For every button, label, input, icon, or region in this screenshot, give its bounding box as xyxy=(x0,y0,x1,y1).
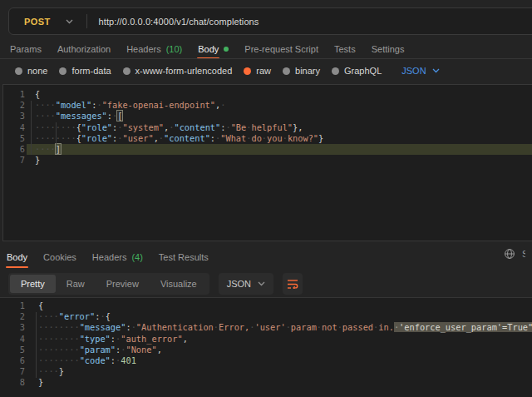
view-visualize-button[interactable]: Visualize xyxy=(150,275,208,293)
tab-headers[interactable]: Headers(10) xyxy=(126,40,182,58)
tab-label: Pre-request Script xyxy=(244,44,318,54)
body-mode-graphql[interactable]: GraphQL xyxy=(332,66,382,76)
wrap-text-icon xyxy=(287,279,298,289)
response-view-switcher: PrettyRawPreviewVisualize xyxy=(8,273,209,295)
tab-authorization[interactable]: Authorization xyxy=(57,40,111,58)
code-line[interactable]: 1{ xyxy=(0,300,532,311)
token-p: :· xyxy=(111,334,121,344)
line-number: 2 xyxy=(3,100,25,111)
radio-icon xyxy=(244,67,251,75)
radio-icon xyxy=(283,67,290,75)
chevron-down-icon xyxy=(66,19,73,24)
line-number: 5 xyxy=(0,345,25,355)
token-w: ········ xyxy=(38,355,80,365)
body-mode-none[interactable]: none xyxy=(15,66,47,76)
line-number: 4 xyxy=(3,122,25,133)
code-line[interactable]: 2····"model":·"fake-openai-endpoint",· xyxy=(3,100,532,111)
token-w: ········ xyxy=(38,345,80,355)
code-line[interactable]: 4········"type":·"auth_error", xyxy=(0,334,532,345)
tab-settings[interactable]: Settings xyxy=(372,40,405,58)
line-number: 7 xyxy=(0,366,25,377)
request-tabs: ParamsAuthorizationHeaders(10)BodyPre-re… xyxy=(10,40,404,58)
token-w: ········ xyxy=(38,322,80,332)
url-input[interactable]: http://0.0.0.0:4000/v1/chat/completions xyxy=(87,17,259,27)
code-line[interactable]: 7····} xyxy=(0,366,532,377)
body-mode-raw[interactable]: raw xyxy=(244,66,271,76)
line-number: 1 xyxy=(0,300,25,311)
tab-label: Authorization xyxy=(57,44,111,54)
tab-count-badge: (10) xyxy=(166,44,183,54)
token-p: :· xyxy=(126,322,135,332)
tab-headers[interactable]: Headers(4) xyxy=(92,248,143,266)
tab-body[interactable]: Body xyxy=(7,248,27,266)
radio-icon xyxy=(123,67,131,75)
request-url-bar: POST http://0.0.0.0:4000/v1/chat/complet… xyxy=(8,7,532,35)
code-line[interactable]: 5········{"role":·"user",·"content":·"Wh… xyxy=(3,133,532,144)
tab-label: Headers xyxy=(126,44,161,54)
token-k: "type" xyxy=(80,334,111,344)
token-k: "error" xyxy=(59,311,95,321)
tab-label: Body xyxy=(7,252,27,262)
token-p: ,· xyxy=(154,133,164,143)
tab-body[interactable]: Body xyxy=(198,40,229,58)
token-s: "system" xyxy=(122,122,164,132)
method-dropdown[interactable]: POST xyxy=(9,17,86,27)
token-s: "fake-openai-endpoint" xyxy=(102,100,215,110)
body-mode-row: noneform-datax-www-form-urlencodedrawbin… xyxy=(15,62,440,80)
body-mode-x-www-form-urlencoded[interactable]: x-www-form-urlencoded xyxy=(123,66,233,76)
unsaved-changes-dot-icon xyxy=(224,47,229,52)
response-body-editor[interactable]: 1{2····"error":·{3········"message":·"Au… xyxy=(0,297,532,397)
token-k: "code" xyxy=(80,355,111,365)
token-p: } xyxy=(318,133,323,143)
token-p: } xyxy=(35,155,40,165)
tab-cookies[interactable]: Cookies xyxy=(43,248,76,266)
tab-test-results[interactable]: Test Results xyxy=(159,248,209,266)
body-language-dropdown[interactable]: JSON xyxy=(401,66,439,76)
code-line[interactable]: 7} xyxy=(3,155,532,166)
code-line[interactable]: 3····"messages":·[ xyxy=(3,111,532,122)
token-s: "Authentication·Error,·'user'·param·not·… xyxy=(136,322,394,332)
request-body-editor[interactable]: 1{2····"model":·"fake-openai-endpoint",·… xyxy=(2,84,532,241)
globe-icon[interactable] xyxy=(504,248,515,260)
indent-guide xyxy=(56,122,57,144)
body-mode-label: raw xyxy=(256,66,271,76)
tab-label: Body xyxy=(198,44,219,54)
body-mode-binary[interactable]: binary xyxy=(283,66,320,76)
token-s: "What·do·you·know?" xyxy=(220,133,318,143)
code-line[interactable]: 6········"code":·401 xyxy=(0,355,532,366)
tab-params[interactable]: Params xyxy=(10,40,42,58)
body-mode-label: x-www-form-urlencoded xyxy=(135,66,233,76)
token-s: "auth_error" xyxy=(121,334,182,344)
view-raw-button[interactable]: Raw xyxy=(56,275,96,293)
token-sel: ·'enforce_user_param'=True" xyxy=(394,322,532,332)
tab-tests[interactable]: Tests xyxy=(334,40,356,58)
code-line[interactable]: 4········{"role":·"system",·"content":·"… xyxy=(3,122,532,133)
method-label: POST xyxy=(24,17,51,27)
token-p: } xyxy=(38,377,43,387)
token-w: ···· xyxy=(35,111,56,121)
token-p: { xyxy=(35,89,40,99)
response-language-dropdown[interactable]: JSON xyxy=(219,273,273,295)
save-response-label-clipped[interactable]: S xyxy=(522,249,525,259)
tab-label: Headers xyxy=(92,252,127,262)
token-w: ···· xyxy=(38,311,59,321)
token-w: ···· xyxy=(35,100,56,110)
tab-pre-request-script[interactable]: Pre-request Script xyxy=(244,40,318,58)
view-pretty-button[interactable]: Pretty xyxy=(10,275,56,293)
code-line[interactable]: 3········"message":·"Authentication·Erro… xyxy=(0,322,532,333)
line-number: 1 xyxy=(3,89,25,100)
line-number: 3 xyxy=(0,322,25,333)
wrap-text-button[interactable] xyxy=(283,273,303,295)
code-line[interactable]: 6····] xyxy=(3,144,532,155)
code-line[interactable]: 1{ xyxy=(3,89,532,100)
line-number: 6 xyxy=(3,144,25,155)
token-p: , xyxy=(157,345,162,355)
code-line[interactable]: 2····"error":·{ xyxy=(0,311,532,322)
response-language-label: JSON xyxy=(227,279,251,289)
line-number: 5 xyxy=(3,133,25,144)
code-line[interactable]: 8} xyxy=(0,377,532,388)
body-mode-form-data[interactable]: form-data xyxy=(59,66,111,76)
view-preview-button[interactable]: Preview xyxy=(96,275,150,293)
indent-guide xyxy=(36,312,37,378)
code-line[interactable]: 5········"param":·"None", xyxy=(0,345,532,355)
